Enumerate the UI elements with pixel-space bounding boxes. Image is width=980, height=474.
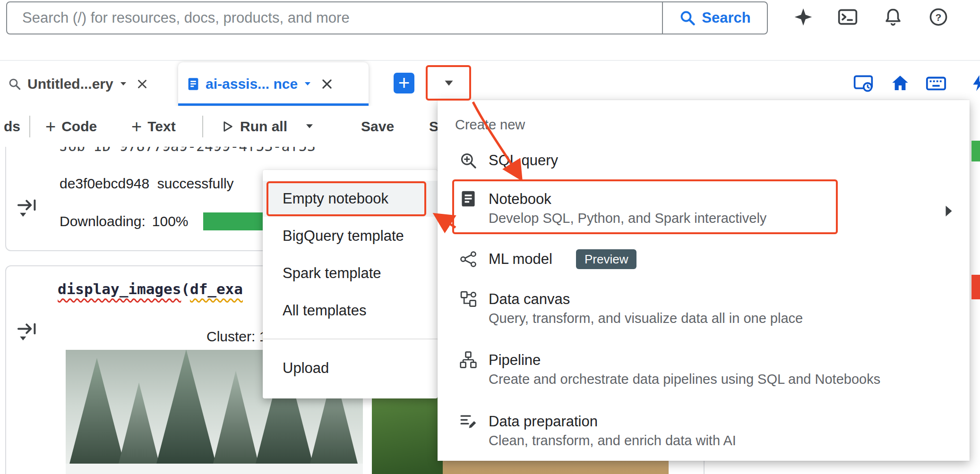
download-line: Downloading: 100% (60, 213, 189, 229)
chevron-down-icon (443, 79, 455, 87)
menu-item-label: Data preparation (489, 412, 736, 431)
menu-item-label: BigQuery template (283, 228, 404, 245)
tree-shape (69, 358, 125, 467)
menu-item-label: Data canvas (489, 290, 803, 309)
chevron-down-icon[interactable] (303, 81, 312, 87)
menu-item-description: Clean, transform, and enrich data with A… (489, 431, 736, 450)
menu-item-data-preparation[interactable]: Data preparation Clean, transform, and e… (438, 402, 970, 460)
menu-item-label: Pipeline (489, 351, 880, 370)
tab-options-button[interactable] (433, 72, 465, 94)
download-progress-bar (203, 212, 269, 230)
notebook-menu-divider (263, 339, 438, 339)
search-button[interactable]: Search (662, 2, 767, 34)
add-text-button[interactable]: + Text (131, 106, 176, 147)
create-new-menu: Create new SQL query Notebook Develop SQ… (438, 100, 970, 461)
plus-icon: + (45, 118, 56, 135)
toolbar-partial-left-label: ds (4, 118, 20, 135)
menu-item-notebook[interactable]: Notebook Develop SQL, Python, and Spark … (438, 179, 970, 238)
screen: Search ? Untitled...ery ai-assis... nce (0, 0, 980, 474)
menu-item-ml-model[interactable]: ML model Preview (438, 244, 970, 274)
run-all-caret[interactable] (304, 123, 315, 130)
menu-item-empty-notebook[interactable]: Empty notebook (263, 181, 438, 217)
add-tab-button[interactable]: + (394, 73, 414, 93)
toolbar-partial-left[interactable]: ds (4, 106, 20, 147)
menu-item-label: ML model (489, 250, 552, 269)
help-icon[interactable]: ? (927, 6, 950, 28)
add-text-label: Text (147, 118, 175, 135)
notifications-icon[interactable] (882, 6, 904, 28)
cell-1-actions-icon[interactable] (16, 197, 38, 219)
tab-ai-assistance[interactable]: ai-assis... nce (178, 62, 369, 106)
code-function: display_images (58, 280, 181, 297)
run-all-button[interactable]: Run all (220, 106, 315, 147)
cloud-shell-icon[interactable] (836, 6, 859, 28)
query-icon (8, 77, 22, 91)
cell-2-actions-icon[interactable] (16, 321, 38, 343)
menu-item-description: Develop SQL, Python, and Spark interacti… (489, 209, 766, 228)
toolbar-sep-2 (202, 116, 203, 137)
gemini-icon[interactable] (792, 6, 815, 28)
close-icon[interactable] (136, 78, 148, 90)
menu-item-label: Upload (283, 360, 329, 377)
menu-item-all-templates[interactable]: All templates (263, 293, 438, 329)
search-input[interactable] (7, 2, 662, 34)
download-label: Downloading: (60, 213, 146, 229)
tree-shape (118, 382, 160, 467)
data-preparation-icon (459, 412, 477, 430)
keyboard-icon[interactable] (925, 72, 947, 94)
side-panel-clock-icon[interactable] (852, 72, 874, 94)
search-button-label: Search (702, 9, 750, 26)
play-icon (220, 119, 234, 134)
search-bar: Search (6, 1, 768, 34)
run-all-label: Run all (240, 118, 287, 135)
partial-icon[interactable] (968, 72, 980, 94)
menu-item-bigquery-template[interactable]: BigQuery template (263, 218, 438, 254)
scroll-marker-green (971, 141, 980, 161)
tree-shape (155, 350, 217, 467)
submenu-arrow-icon (944, 205, 954, 217)
data-canvas-icon (459, 290, 477, 308)
tab-untitled-query[interactable]: Untitled...ery (2, 62, 154, 106)
menu-item-sql-query[interactable]: SQL query (438, 145, 970, 176)
code-line[interactable]: display_images(df_exa (58, 280, 243, 297)
svg-text:?: ? (936, 12, 942, 23)
menu-item-label: SQL query (489, 151, 558, 170)
tab-label: Untitled...ery (27, 76, 113, 92)
scroll-marker-orange (971, 275, 980, 299)
code-arg: df_exa (190, 280, 243, 297)
home-icon[interactable] (889, 72, 911, 94)
pipeline-icon (459, 351, 477, 369)
menu-item-label: Empty notebook (283, 190, 388, 207)
search-icon (679, 9, 696, 26)
menu-item-upload[interactable]: Upload (263, 350, 438, 386)
plus-icon: + (398, 73, 410, 93)
ml-model-icon (459, 250, 477, 268)
preview-badge: Preview (576, 249, 636, 269)
sql-query-icon (459, 152, 477, 169)
notebook-menu: Empty notebook BigQuery template Spark t… (263, 170, 438, 398)
create-new-header: Create new (455, 117, 525, 133)
code-paren: ( (181, 280, 190, 297)
menu-item-data-canvas[interactable]: Data canvas Query, transform, and visual… (438, 279, 970, 338)
output-line: de3f0ebcd948 successfully (60, 176, 234, 192)
menu-item-label: Notebook (489, 190, 766, 209)
save-label: Save (361, 118, 394, 135)
menu-item-description: Query, transform, and visualize data all… (489, 309, 803, 328)
menu-item-description: Create and orchestrate data pipelines us… (489, 370, 880, 389)
add-code-label: Code (61, 118, 97, 135)
close-icon[interactable] (320, 77, 334, 91)
menu-item-label: All templates (283, 302, 366, 319)
notebook-icon (459, 190, 477, 208)
tab-label: ai-assis... nce (206, 76, 298, 92)
save-button[interactable]: Save (361, 106, 394, 147)
toolbar-partial-right-label: S (429, 118, 438, 135)
chevron-down-icon[interactable] (119, 81, 128, 87)
menu-item-spark-template[interactable]: Spark template (263, 255, 438, 291)
download-value: 100% (152, 213, 189, 229)
notebook-tab-icon (187, 77, 200, 91)
menu-item-label: Spark template (283, 265, 381, 282)
cluster-label: Cluster: 1 (206, 329, 267, 345)
add-code-button[interactable]: + Code (45, 106, 97, 147)
menu-item-pipeline[interactable]: Pipeline Create and orchestrate data pip… (438, 340, 970, 399)
toolbar-partial-right[interactable]: S (429, 106, 438, 147)
